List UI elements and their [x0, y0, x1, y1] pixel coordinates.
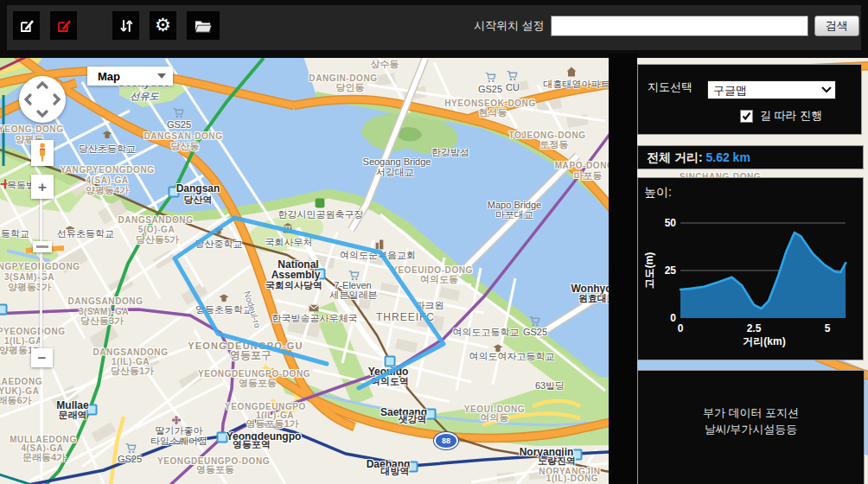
elevation-chart: 0255002.55거리(km)고도(m) — [638, 178, 861, 358]
extra-data-panel: 부가 데이터 포지션 날씨/부가시설등등 — [637, 370, 865, 484]
pan-arrows-icon — [19, 76, 66, 123]
svg-text:50: 50 — [665, 217, 677, 229]
edit-button[interactable] — [13, 11, 40, 40]
search-input[interactable] — [551, 16, 808, 36]
elevation-panel: 높이: 0255002.55거리(km)고도(m) — [637, 177, 864, 360]
app-window: ⚙ 시작위치 설정 검색 — [0, 0, 868, 484]
edit-red-button[interactable] — [50, 11, 77, 40]
search-label: 시작위치 설정 — [474, 18, 545, 34]
chevron-down-icon — [157, 73, 166, 79]
map-select-dropdown[interactable]: 구글맵 — [707, 80, 836, 99]
search-button[interactable]: 검색 — [814, 16, 859, 36]
distance-label: 전체 거리: — [647, 150, 703, 164]
map-select-label: 지도선택 — [648, 80, 692, 95]
zoom-slider-handle[interactable] — [33, 241, 52, 252]
slider-handle-line — [36, 245, 48, 248]
elevation-title: 높이: — [644, 185, 672, 201]
header-toolbar: ⚙ 시작위치 설정 검색 — [7, 5, 861, 51]
gear-icon: ⚙ — [155, 16, 171, 35]
follow-route-label: 길 따라 진행 — [760, 108, 822, 124]
zoom-out-button[interactable]: − — [31, 348, 53, 367]
svg-text:거리(km): 거리(km) — [743, 335, 785, 347]
sort-button[interactable] — [112, 11, 139, 40]
zoom-in-button[interactable]: + — [31, 175, 54, 199]
edit-icon — [19, 18, 35, 34]
folder-icon — [194, 18, 213, 34]
svg-text:고도(m): 고도(m) — [643, 252, 655, 290]
pan-control[interactable] — [19, 76, 66, 123]
sort-arrows-icon — [118, 18, 134, 34]
edit-red-icon — [56, 18, 72, 34]
distance-value: 5.62 km — [705, 150, 750, 164]
check-icon — [742, 111, 751, 121]
svg-text:0: 0 — [678, 322, 684, 334]
map-select[interactable]: 구글맵 — [707, 80, 836, 99]
zoom-in-label: + — [38, 180, 47, 194]
follow-route-checkbox[interactable] — [740, 110, 753, 123]
pegman-control[interactable] — [31, 140, 54, 166]
total-distance-panel: 전체 거리: 5.62 km — [637, 145, 864, 169]
svg-text:2.5: 2.5 — [747, 322, 762, 334]
zoom-out-label: − — [38, 351, 47, 366]
settings-button[interactable]: ⚙ — [150, 11, 176, 40]
map-type-dropdown[interactable]: Map — [87, 67, 173, 86]
map-type-label: Map — [98, 70, 120, 83]
zoom-slider-track[interactable] — [40, 199, 42, 350]
extra-line-1: 부가 데이터 포지션 — [638, 405, 864, 422]
extra-line-2: 날씨/부가시설등등 — [638, 422, 864, 438]
svg-text:5: 5 — [825, 322, 831, 334]
open-file-button[interactable] — [187, 11, 220, 40]
svg-text:0: 0 — [670, 312, 676, 324]
start-location-search: 시작위치 설정 검색 — [474, 16, 859, 36]
map-sidebar-divider — [609, 54, 637, 484]
pegman-icon — [36, 143, 48, 163]
svg-text:25: 25 — [665, 264, 677, 277]
map-options-panel: 지도선택 구글맵 길 따라 진행 — [637, 64, 862, 135]
